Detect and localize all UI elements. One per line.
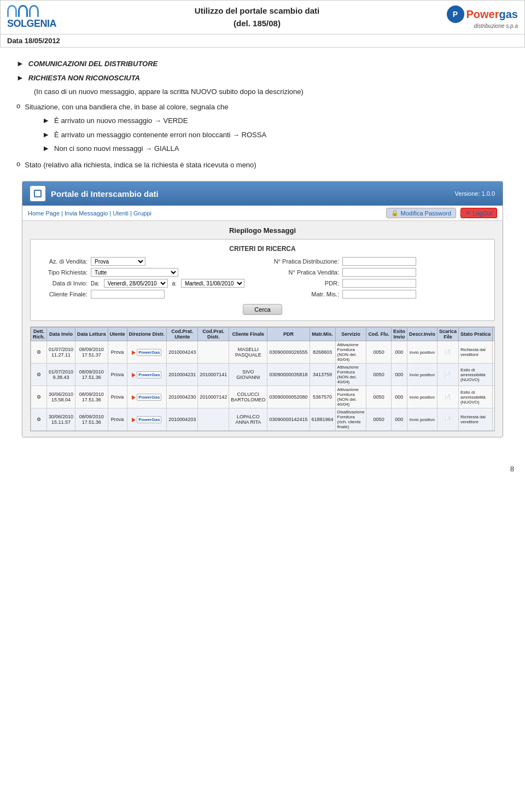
criteri-pratica-distr: N° Pratica Distribuzione:	[268, 257, 487, 266]
pratica-distr-input[interactable]	[342, 257, 416, 266]
cerca-button[interactable]: Cerca	[243, 304, 282, 315]
nav-invia[interactable]: Invia Messaggio	[65, 210, 108, 217]
cell-cod-flu: 0050	[366, 408, 392, 431]
cell-servizio: Attivazione Fornitura (NON del. 40/04)	[335, 341, 366, 364]
nav-sep-2: |	[109, 210, 111, 217]
pratica-vendita-label: N° Pratica Vendita:	[268, 269, 339, 276]
tipo-richiesta-select[interactable]: Tutte	[91, 268, 178, 277]
cell-cod-prat-utente: 2010004243	[167, 341, 198, 364]
sub-bullet-gialla: ► Non ci sono nuovi messaggi → GIALLA	[42, 143, 266, 154]
cell-dett[interactable]: ⚙	[31, 386, 47, 408]
criteri-matr: Matr. Mis.:	[268, 290, 487, 299]
nav-sep-3: |	[130, 210, 132, 217]
cell-scarica[interactable]: 📄	[437, 408, 458, 431]
cliente-input[interactable]	[91, 290, 165, 299]
cell-situazione	[492, 386, 495, 408]
solgenia-text: SOLGENIA	[7, 18, 56, 30]
sub-list-colors: ► È arrivato un nuovo messaggio → VERDE …	[42, 115, 266, 154]
th-scarica: ScaricaFile	[437, 328, 458, 341]
matr-input[interactable]	[342, 290, 416, 299]
tipo-richiesta-label: Tipo Richiesta:	[38, 269, 88, 276]
cell-scarica[interactable]: 📄	[437, 364, 458, 386]
cell-servizio: Disattivazione Fornitura (rich. cliente …	[335, 408, 366, 431]
data-table: Dett.Rich. Data Invio Data Lettura Utent…	[31, 327, 495, 431]
cell-matr: 8268603	[310, 341, 335, 364]
cell-matr: 61881964	[310, 408, 335, 431]
cell-cliente: SIVOGIOVANNI	[229, 364, 267, 386]
portal-screenshot: Portale di Interscambio dati Versione: 1…	[22, 181, 503, 437]
section-item-situazione: o Situazione, con una bandiera che, in b…	[16, 102, 509, 157]
arrow-icon-1: ►	[16, 59, 24, 68]
page-number: 8	[0, 459, 525, 478]
cell-cod-prat-distr	[198, 408, 229, 431]
logout-button[interactable]: ✕ LogOut	[460, 208, 497, 218]
bullet-item-1: ► COMUNICAZIONI DEL DISTRIBUTORE	[16, 59, 509, 69]
nav-home[interactable]: Home Page	[28, 210, 60, 217]
solgenia-wave-3	[29, 5, 39, 17]
cell-cod-prat-utente: 2010004203	[167, 408, 198, 431]
cell-descr: Invio positivo	[407, 408, 437, 431]
sub-bullet-verde: ► È arrivato un nuovo messaggio → VERDE	[42, 115, 266, 126]
arrow-icon-verde: ►	[42, 116, 50, 125]
cell-data-lettura: 08/09/201017.51.37	[75, 341, 108, 364]
cell-stato-pratica: Richiesta dal venditore	[458, 341, 492, 364]
pdr-input[interactable]	[342, 279, 416, 288]
header-date: Data 18/05/2012	[0, 34, 525, 48]
nav-gruppi[interactable]: Gruppi	[133, 210, 151, 217]
criteri-cerca: Cerca	[38, 304, 487, 315]
cell-pdr: 03090000052080	[267, 386, 310, 408]
th-stato-pratica: Stato Pratica	[458, 328, 492, 341]
criteri-data-invio: Data di Invio: Da: Venerdì, 28/05/2010 a…	[38, 279, 257, 288]
cell-situazione	[492, 364, 495, 386]
th-utente: Utente	[108, 328, 127, 341]
data-invio-from[interactable]: Venerdì, 28/05/2010	[104, 279, 168, 288]
cell-dett[interactable]: ⚙	[31, 364, 47, 386]
data-invio-label: Data di Invio:	[38, 280, 88, 287]
th-esito: EsitoInvio	[391, 328, 407, 341]
cell-scarica[interactable]: 📄	[437, 386, 458, 408]
lock-icon: 🔒	[391, 209, 399, 217]
portal-version: Versione: 1.0.0	[455, 190, 495, 197]
solgenia-wave-1	[7, 5, 17, 17]
cell-stato-pratica: Esito di ammissibilità (NUOVO)	[458, 386, 492, 408]
table-header-row: Dett.Rich. Data Invio Data Lettura Utent…	[31, 328, 495, 341]
cell-dir-distr: PowerGas	[127, 408, 167, 431]
pratica-vendita-input[interactable]	[342, 268, 416, 277]
cell-data-invio: 01/07/20109.38.43	[47, 364, 75, 386]
cell-cod-prat-utente: 2010004231	[167, 364, 198, 386]
portal-body: Riepilogo Messaggi CRITERI DI RICERCA Az…	[22, 221, 503, 437]
cell-dett[interactable]: ⚙	[31, 341, 47, 364]
cell-esito: 000	[391, 408, 407, 431]
cell-servizio: Attivazione Fornitura (NON del. 40/04)	[335, 386, 366, 408]
bullet-item-2: ► RICHIESTA NON RICONOSCIUTA	[16, 73, 509, 84]
criteri-tipo-richiesta: Tipo Richiesta: Tutte	[38, 268, 257, 277]
cell-cliente: LOPALCOANNA RITA	[229, 408, 267, 431]
th-cod-prat-utente: Cod.Prat.Utente	[167, 328, 198, 341]
cell-pdr: 03090000142415	[267, 408, 310, 431]
portal-header-bar: Portale di Interscambio dati Versione: 1…	[22, 182, 503, 206]
cell-cod-prat-distr	[198, 341, 229, 364]
cell-matr: 5367570	[310, 386, 335, 408]
criteri-box: CRITERI DI RICERCA Az. di Vendita: Prova…	[30, 239, 495, 321]
cell-scarica[interactable]: 📄	[437, 341, 458, 364]
cell-dir-distr: PowerGas	[127, 364, 167, 386]
data-invio-to[interactable]: Martedì, 31/08/2010	[181, 279, 244, 288]
th-servizio: Servizio	[335, 328, 366, 341]
az-vendita-label: Az. di Vendita:	[38, 258, 88, 265]
criteri-az-vendita: Az. di Vendita: Prova	[38, 257, 257, 266]
az-vendita-select[interactable]: Prova	[91, 257, 145, 266]
solgenia-wave-2	[18, 5, 28, 17]
cell-descr: Invio positivo	[407, 341, 437, 364]
th-cliente: Cliente Finale	[229, 328, 267, 341]
cell-cliente: COLUCCIBARTOLOMEO	[229, 386, 267, 408]
cell-utente: Prova	[108, 386, 127, 408]
cell-dir-distr: PowerGas	[127, 341, 167, 364]
table-row: ⚙01/07/20109.38.4308/09/201017.51.36Prov…	[31, 364, 495, 386]
nav-utenti[interactable]: Utenti	[113, 210, 129, 217]
page-header: SOLGENIA Utilizzo del portale scambio da…	[0, 0, 525, 34]
cell-dett[interactable]: ⚙	[31, 408, 47, 431]
modify-password-button[interactable]: 🔒 Modifica Password	[386, 208, 456, 218]
th-cod-flu: Cod. Flu.	[366, 328, 392, 341]
criteri-left: Az. di Vendita: Prova Tipo Richiesta: Tu…	[38, 257, 257, 301]
cell-data-invio: 30/06/201015.11.57	[47, 408, 75, 431]
